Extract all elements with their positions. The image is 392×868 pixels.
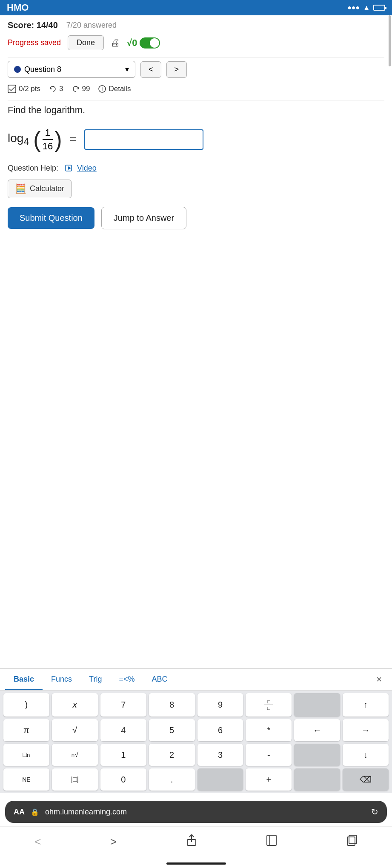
question-dropdown[interactable]: Question 8 ▾	[8, 61, 135, 78]
points-value: 0/2 pts	[19, 85, 40, 93]
keyboard-tab-basic[interactable]: Basic	[5, 670, 43, 690]
key-8[interactable]: 8	[149, 693, 195, 717]
jump-to-answer-button[interactable]: Jump to Answer	[101, 207, 186, 229]
calculator-button[interactable]: 🧮 Calculator	[8, 180, 72, 198]
numerator: 1	[43, 127, 53, 140]
answer-input[interactable]	[84, 129, 203, 150]
tabs-icon	[346, 834, 358, 846]
share-icon	[186, 834, 197, 846]
key-decimal[interactable]: .	[149, 768, 195, 791]
video-link[interactable]: Video	[65, 164, 97, 173]
nav-tabs-button[interactable]	[338, 832, 366, 852]
key-6[interactable]: 6	[197, 719, 243, 741]
key-plus[interactable]: +	[246, 768, 292, 791]
key-right-arrow[interactable]: →	[343, 719, 389, 741]
calculator-label: Calculator	[30, 184, 64, 193]
key-9[interactable]: 9	[197, 693, 243, 717]
fraction: 1 16	[43, 127, 53, 152]
print-icon[interactable]: 🖨	[111, 37, 120, 49]
key-pi[interactable]: π	[3, 719, 49, 741]
undo-count: 3	[59, 85, 63, 93]
key-sqrt[interactable]: √	[52, 719, 98, 741]
svg-rect-6	[267, 835, 276, 845]
keyboard-area: Basic Funcs Trig =<% ABC × ) x 7 8 9 □ □…	[0, 668, 392, 793]
key-close-paren[interactable]: )	[3, 693, 49, 717]
keyboard-tabs: Basic Funcs Trig =<% ABC ×	[0, 669, 392, 691]
home-indicator	[166, 862, 226, 865]
key-1[interactable]: 1	[100, 744, 146, 766]
redo-count: 99	[82, 85, 90, 93]
scrollbar[interactable]	[389, 15, 391, 66]
prev-question-button[interactable]: <	[140, 61, 161, 78]
video-label: Video	[77, 164, 97, 173]
score-text: Score: 14/40	[8, 20, 58, 30]
question-help-row: Question Help: Video	[8, 164, 384, 173]
nav-share-button[interactable]	[177, 832, 206, 852]
submit-question-button[interactable]: Submit Question	[8, 207, 94, 229]
svg-marker-4	[68, 166, 71, 170]
key-5[interactable]: 5	[149, 719, 195, 741]
keyboard-tab-trig[interactable]: Trig	[80, 670, 110, 690]
key-blank-1	[294, 693, 340, 717]
browser-refresh-button[interactable]: ↻	[371, 807, 378, 817]
help-label: Question Help:	[8, 164, 58, 173]
sqrt-toggle-switch[interactable]	[140, 37, 160, 49]
key-nth-root[interactable]: n√	[52, 744, 98, 766]
log-base: 4	[23, 136, 29, 147]
browser-url[interactable]: ohm.lumenlearning.com	[45, 808, 365, 817]
undo-group: 3	[49, 85, 63, 93]
fraction-container: ( 1 16 )	[33, 127, 62, 152]
keyboard-grid: ) x 7 8 9 □ □ ↑ π √ 4 5 6 * ← → □n n√ 1 …	[0, 691, 392, 793]
key-backspace[interactable]: ⌫	[343, 768, 389, 791]
open-paren: (	[33, 128, 40, 151]
key-left-arrow[interactable]: ←	[294, 719, 340, 741]
key-up-arrow[interactable]: ↑	[343, 693, 389, 717]
key-power-box[interactable]: □n	[3, 744, 49, 766]
details-group[interactable]: i Details	[98, 85, 131, 93]
video-icon	[65, 165, 74, 171]
key-blank-2	[294, 744, 340, 766]
nav-back-button[interactable]: <	[26, 833, 49, 851]
browser-lock-icon: 🔒	[31, 808, 39, 816]
key-blank-3	[197, 768, 243, 791]
answered-text: 7/20 answered	[66, 21, 117, 30]
key-down-arrow[interactable]: ↓	[343, 744, 389, 766]
math-expression-row: log4 ( 1 16 ) =	[8, 127, 384, 152]
equals-sign: =	[70, 133, 77, 146]
action-buttons-row: Submit Question Jump to Answer	[8, 207, 384, 229]
key-x[interactable]: x	[52, 693, 98, 717]
question-selector-row: Question 8 ▾ < >	[8, 61, 384, 78]
key-3[interactable]: 3	[197, 744, 243, 766]
svg-rect-0	[8, 85, 16, 93]
nav-forward-button[interactable]: >	[102, 833, 125, 851]
key-multiply[interactable]: *	[246, 719, 292, 741]
keyboard-tab-abc[interactable]: ABC	[143, 670, 176, 690]
calculator-icon: 🧮	[15, 183, 26, 194]
nav-bookmark-button[interactable]	[258, 832, 286, 852]
key-2[interactable]: 2	[149, 744, 195, 766]
status-bar: HMO ●●● ▲	[0, 0, 392, 15]
browser-aa-button[interactable]: AA	[14, 808, 25, 817]
key-7[interactable]: 7	[100, 693, 146, 717]
divider-2	[8, 100, 384, 100]
question-instruction: Find the logarithm.	[8, 104, 384, 117]
divider-1	[8, 57, 384, 57]
question-dot	[14, 66, 21, 73]
key-4[interactable]: 4	[100, 719, 146, 741]
browser-bar: AA 🔒 ohm.lumenlearning.com ↻	[5, 801, 387, 823]
next-question-button[interactable]: >	[166, 61, 187, 78]
key-0[interactable]: 0	[100, 768, 146, 791]
dropdown-chevron-icon: ▾	[125, 65, 129, 74]
key-minus[interactable]: -	[246, 744, 292, 766]
progress-saved-label: Progress saved	[8, 38, 61, 47]
battery-icon	[373, 5, 385, 11]
keyboard-close-button[interactable]: ×	[371, 669, 387, 690]
key-fraction[interactable]: □ □	[246, 693, 292, 717]
keyboard-tab-funcs[interactable]: Funcs	[43, 670, 80, 690]
key-absolute-value[interactable]: |□|	[52, 768, 98, 791]
done-button[interactable]: Done	[68, 35, 104, 50]
keyboard-tab-percent[interactable]: =<%	[110, 670, 143, 690]
key-ne[interactable]: NE	[3, 768, 49, 791]
question-dropdown-label: Question 8	[24, 65, 61, 74]
sqrt-toggle-group: √0	[127, 37, 160, 49]
